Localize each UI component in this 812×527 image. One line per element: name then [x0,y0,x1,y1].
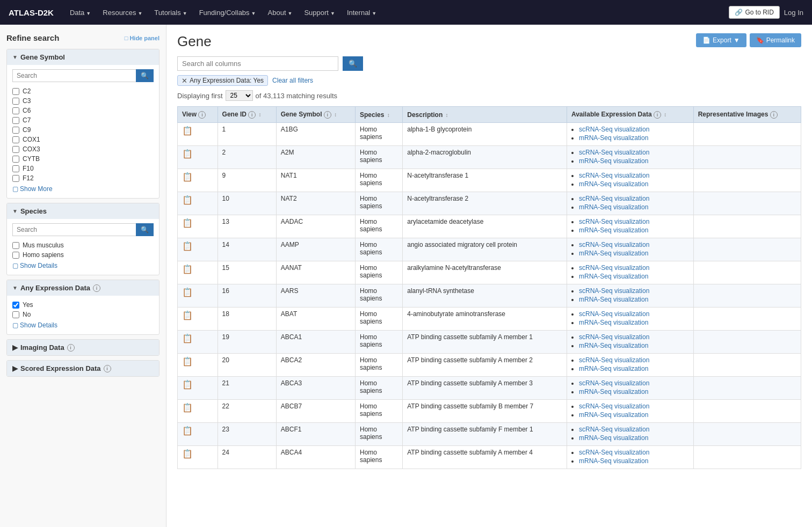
hide-panel-button[interactable]: □ Hide panel [125,35,160,41]
expression-link[interactable]: mRNA-Seq visualization [579,342,648,349]
expression-link[interactable]: mRNA-Seq visualization [579,226,648,234]
brand-logo[interactable]: ATLAS-D2K [9,8,54,17]
view-record-icon[interactable]: 📋 [182,126,193,135]
view-record-icon[interactable]: 📋 [182,218,193,228]
nav-item-internal[interactable]: Internal [342,5,382,20]
view-record-icon[interactable]: 📋 [182,449,193,458]
expression-link[interactable]: mRNA-Seq visualization [579,250,648,257]
expression-link[interactable]: scRNA-Seq visualization [579,449,649,456]
expression-link[interactable]: scRNA-Seq visualization [579,172,649,179]
expression-link[interactable]: scRNA-Seq visualization [579,149,649,156]
show-more-button[interactable]: ▢ Show More [12,183,154,194]
info-icon[interactable]: i [654,111,661,119]
expression-link[interactable]: mRNA-Seq visualization [579,457,648,465]
filter-header-imaging[interactable]: ▶ Imaging Data i [7,340,159,355]
info-icon[interactable]: i [198,111,206,119]
view-record-icon[interactable]: 📋 [182,149,193,158]
info-icon[interactable]: i [67,344,75,352]
expression-link[interactable]: mRNA-Seq visualization [579,296,648,303]
sort-icon[interactable]: ↕ [387,112,390,118]
view-record-icon[interactable]: 📋 [182,403,193,412]
checkbox-c2-input[interactable] [12,88,19,95]
expression-link[interactable]: mRNA-Seq visualization [579,365,648,372]
expression-link[interactable]: mRNA-Seq visualization [579,388,648,396]
info-icon[interactable]: i [770,111,778,119]
expression-link[interactable]: scRNA-Seq visualization [579,195,649,202]
checkbox-mus-musculus-input[interactable] [12,242,19,249]
chip-remove-button[interactable]: ✕ [182,77,187,84]
view-record-icon[interactable]: 📋 [182,426,193,435]
checkbox-no-input[interactable] [12,311,19,318]
nav-item-resources[interactable]: Resources [97,5,148,20]
sort-icon[interactable]: ↕ [446,112,448,118]
permalink-button[interactable]: 🔖 Permalink [750,33,801,47]
sort-icon[interactable]: ↕ [334,112,337,118]
nav-item-data[interactable]: Data [64,5,96,20]
checkbox-f10-input[interactable] [12,165,19,172]
sort-icon[interactable]: ↕ [259,112,262,118]
species-search-button[interactable]: 🔍 [136,223,154,236]
view-record-icon[interactable]: 📋 [182,195,193,204]
view-record-icon[interactable]: 📋 [182,357,193,366]
checkbox-homo-sapiens-input[interactable] [12,252,19,259]
checkbox-c9-input[interactable] [12,127,19,134]
view-record-icon[interactable]: 📋 [182,172,193,181]
view-record-icon[interactable]: 📋 [182,241,193,251]
expression-link[interactable]: mRNA-Seq visualization [579,157,648,165]
view-record-icon[interactable]: 📋 [182,380,193,389]
checkbox-cytb-input[interactable] [12,156,19,163]
view-record-icon[interactable]: 📋 [182,311,193,320]
show-details-species-button[interactable]: ▢ Show Details [12,260,154,270]
info-icon[interactable]: i [324,111,331,119]
checkbox-c7-input[interactable] [12,117,19,124]
species-search-input[interactable] [12,223,136,236]
clear-all-filters-button[interactable]: Clear all filters [272,77,313,84]
expression-link[interactable]: scRNA-Seq visualization [579,426,649,433]
checkbox-c3-input[interactable] [12,98,19,105]
checkbox-cox3-input[interactable] [12,146,19,153]
filter-header-species[interactable]: ▼ Species [7,203,159,219]
gene-symbol-search-button[interactable]: 🔍 [136,69,154,82]
expression-link[interactable]: mRNA-Seq visualization [579,203,648,211]
filter-header-gene-symbol[interactable]: ▼ Gene Symbol [7,49,159,65]
go-to-rid-button[interactable]: 🔗 Go to RID [729,6,779,19]
expression-link[interactable]: scRNA-Seq visualization [579,379,649,387]
expression-link[interactable]: scRNA-Seq visualization [579,218,649,225]
expression-link[interactable]: mRNA-Seq visualization [579,180,648,188]
checkbox-f12-input[interactable] [12,175,19,182]
view-record-icon[interactable]: 📋 [182,265,193,274]
expression-link[interactable]: scRNA-Seq visualization [579,402,649,410]
expression-link[interactable]: mRNA-Seq visualization [579,319,648,326]
login-button[interactable]: Log In [784,9,803,17]
expression-link[interactable]: mRNA-Seq visualization [579,134,648,142]
expression-link[interactable]: scRNA-Seq visualization [579,264,649,272]
expression-link[interactable]: scRNA-Seq visualization [579,333,649,341]
export-button[interactable]: 📄 Export ▼ [696,33,746,47]
view-record-icon[interactable]: 📋 [182,334,193,343]
checkbox-c6-input[interactable] [12,107,19,114]
nav-item-about[interactable]: About [263,5,298,20]
expression-link[interactable]: scRNA-Seq visualization [579,287,649,295]
checkbox-yes-input[interactable] [12,302,19,309]
sort-icon[interactable]: ↕ [664,112,666,118]
view-record-icon[interactable]: 📋 [182,288,193,297]
table-search-input[interactable] [177,56,338,71]
info-icon[interactable]: i [248,111,256,119]
nav-item-funding[interactable]: Funding/Collabs [194,5,262,20]
expression-link[interactable]: mRNA-Seq visualization [579,273,648,280]
nav-item-support[interactable]: Support [299,5,340,20]
info-icon[interactable]: i [104,365,111,372]
filter-header-expression[interactable]: ▼ Any Expression Data i [7,280,159,296]
filter-header-scored[interactable]: ▶ Scored Expression Data i [7,361,159,376]
show-details-expression-button[interactable]: ▢ Show Details [12,319,154,330]
expression-link[interactable]: scRNA-Seq visualization [579,126,649,133]
expression-link[interactable]: mRNA-Seq visualization [579,434,648,442]
per-page-select[interactable]: 25 10 50 100 200 [226,90,253,101]
expression-link[interactable]: scRNA-Seq visualization [579,310,649,318]
info-icon[interactable]: i [93,284,100,292]
expression-link[interactable]: scRNA-Seq visualization [579,241,649,248]
checkbox-cox1-input[interactable] [12,136,19,143]
nav-item-tutorials[interactable]: Tutorials [149,5,192,20]
expression-link[interactable]: mRNA-Seq visualization [579,411,648,419]
expression-link[interactable]: scRNA-Seq visualization [579,356,649,364]
